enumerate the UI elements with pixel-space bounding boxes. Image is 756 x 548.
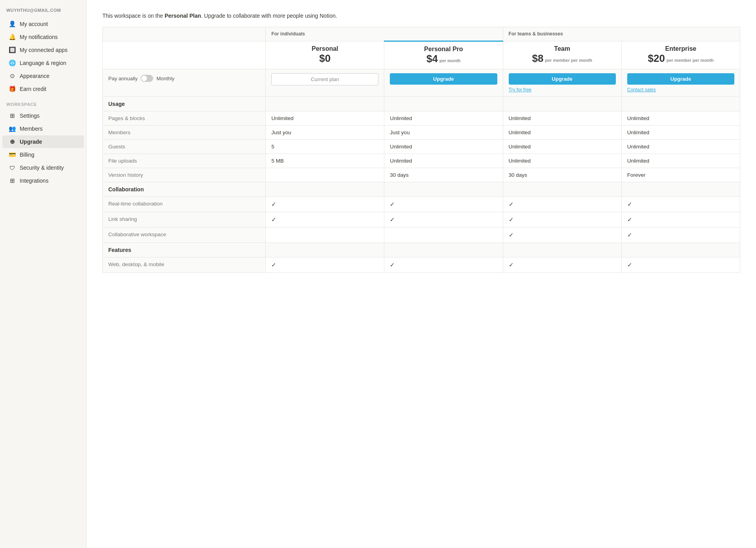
members-label: Members bbox=[20, 126, 43, 132]
security-identity-icon: 🛡 bbox=[9, 164, 16, 171]
sidebar-item-my-account[interactable]: 👤 My account bbox=[2, 18, 84, 30]
collab-personal bbox=[266, 228, 384, 243]
integrations-label: Integrations bbox=[20, 178, 48, 184]
members-enterprise: Unlimited bbox=[621, 126, 740, 140]
sidebar-item-language-region[interactable]: 🌐 Language & region bbox=[2, 57, 84, 69]
workspace-section-label: WORKSPACE bbox=[0, 96, 86, 109]
monthly-label: Monthly bbox=[156, 76, 174, 81]
realtime-label: Real-time collaboration bbox=[103, 197, 266, 212]
file-pro: Unlimited bbox=[384, 154, 503, 168]
plan-header-enterprise: Enterprise $20per member per month bbox=[621, 41, 740, 69]
settings-icon: ⊞ bbox=[9, 112, 16, 119]
table-row: Pages & blocks Unlimited Unlimited Unlim… bbox=[103, 111, 740, 126]
my-notifications-label: My notifications bbox=[20, 34, 57, 40]
pay-toggle[interactable] bbox=[141, 75, 153, 82]
upgrade-icon: ⊕ bbox=[9, 138, 16, 145]
collab-enterprise: ✓ bbox=[621, 228, 740, 243]
table-row: Web, desktop, & mobile ✓ ✓ ✓ ✓ bbox=[103, 257, 740, 273]
pay-annually-row: Pay annually Monthly Current plan Upgrad… bbox=[103, 69, 740, 97]
realtime-pro: ✓ bbox=[384, 197, 503, 212]
collab-pro bbox=[384, 228, 503, 243]
plan-header-personal-pro: Personal Pro $4per month bbox=[384, 41, 503, 69]
sidebar-item-appearance[interactable]: ⊙ Appearance bbox=[2, 70, 84, 82]
enterprise-action-cell: Upgrade Contact sales bbox=[621, 69, 740, 97]
header-teams: For teams & businesses bbox=[503, 27, 740, 41]
realtime-enterprise: ✓ bbox=[621, 197, 740, 212]
sidebar-item-billing[interactable]: 💳 Billing bbox=[2, 148, 84, 161]
pricing-table: For individuals For teams & businesses P… bbox=[102, 27, 740, 273]
current-plan-button[interactable]: Current plan bbox=[271, 73, 378, 85]
billing-label: Billing bbox=[20, 152, 34, 158]
intro-text-end: . Upgrade to collaborate with more peopl… bbox=[201, 13, 337, 19]
header-empty bbox=[103, 27, 266, 41]
collab-team: ✓ bbox=[503, 228, 621, 243]
guests-team: Unlimited bbox=[503, 140, 621, 154]
members-label: Members bbox=[103, 126, 266, 140]
sidebar-item-security-identity[interactable]: 🛡 Security & identity bbox=[2, 161, 84, 174]
link-sharing-label: Link sharing bbox=[103, 212, 266, 228]
header-feature-empty bbox=[103, 41, 266, 69]
plan-header-team: Team $8per member per month bbox=[503, 41, 621, 69]
plan-price-note-team: per member per month bbox=[545, 57, 592, 63]
my-account-icon: 👤 bbox=[9, 20, 16, 28]
security-identity-label: Security & identity bbox=[20, 165, 64, 171]
plan-name-personal: Personal bbox=[271, 45, 378, 52]
intro-text-start: This workspace is on the bbox=[102, 13, 165, 19]
intro-plan-name: Personal Plan bbox=[165, 13, 201, 19]
plan-price-team: $8 bbox=[532, 52, 543, 65]
guests-personal: 5 bbox=[266, 140, 384, 154]
upgrade-label: Upgrade bbox=[20, 139, 42, 145]
version-enterprise: Forever bbox=[621, 168, 740, 182]
sidebar-item-integrations[interactable]: ⊞ Integrations bbox=[2, 174, 84, 187]
team-upgrade-button[interactable]: Upgrade bbox=[509, 73, 616, 85]
pages-enterprise: Unlimited bbox=[621, 111, 740, 126]
plan-name-team: Team bbox=[509, 45, 616, 52]
features-label: Features bbox=[103, 243, 266, 257]
pro-upgrade-button[interactable]: Upgrade bbox=[390, 73, 497, 85]
plan-price-note-enterprise: per member per month bbox=[667, 57, 714, 63]
table-row: File uploads 5 MB Unlimited Unlimited Un… bbox=[103, 154, 740, 168]
pages-personal: Unlimited bbox=[266, 111, 384, 126]
web-pro: ✓ bbox=[384, 257, 503, 273]
realtime-team: ✓ bbox=[503, 197, 621, 212]
sidebar-item-upgrade[interactable]: ⊕ Upgrade bbox=[2, 135, 84, 148]
table-row: Collaborative workspace ✓ ✓ bbox=[103, 228, 740, 243]
main-content: This workspace is on the Personal Plan. … bbox=[87, 0, 756, 548]
pro-action-cell: Upgrade bbox=[384, 69, 503, 97]
table-row: Members Just you Just you Unlimited Unli… bbox=[103, 126, 740, 140]
sidebar-item-my-notifications[interactable]: 🔔 My notifications bbox=[2, 31, 84, 43]
plan-name-enterprise: Enterprise bbox=[627, 45, 734, 52]
pages-pro: Unlimited bbox=[384, 111, 503, 126]
sidebar-item-settings[interactable]: ⊞ Settings bbox=[2, 109, 84, 122]
contact-sales-link[interactable]: Contact sales bbox=[627, 87, 734, 93]
realtime-personal: ✓ bbox=[266, 197, 384, 212]
collaboration-section-row: Collaboration bbox=[103, 182, 740, 197]
appearance-icon: ⊙ bbox=[9, 72, 16, 80]
team-action-cell: Upgrade Try for free bbox=[503, 69, 621, 97]
guests-pro: Unlimited bbox=[384, 140, 503, 154]
guests-label: Guests bbox=[103, 140, 266, 154]
members-personal: Just you bbox=[266, 126, 384, 140]
version-pro: 30 days bbox=[384, 168, 503, 182]
usage-section-row: Usage bbox=[103, 97, 740, 111]
table-row: Real-time collaboration ✓ ✓ ✓ ✓ bbox=[103, 197, 740, 212]
sidebar-item-my-connected-apps[interactable]: 🔲 My connected apps bbox=[2, 44, 84, 56]
plan-name-personal-pro: Personal Pro bbox=[390, 46, 497, 53]
billing-icon: 💳 bbox=[9, 151, 16, 158]
sidebar: WUYHTHU@GMAIL.COM 👤 My account 🔔 My noti… bbox=[0, 0, 87, 548]
guests-enterprise: Unlimited bbox=[621, 140, 740, 154]
table-row: Version history 30 days 30 days Forever bbox=[103, 168, 740, 182]
usage-label: Usage bbox=[103, 97, 266, 111]
sidebar-item-earn-credit[interactable]: 🎁 Earn credit bbox=[2, 83, 84, 95]
try-free-link[interactable]: Try for free bbox=[509, 87, 616, 93]
sidebar-email: WUYHTHU@GMAIL.COM bbox=[0, 8, 86, 17]
my-account-label: My account bbox=[20, 21, 48, 27]
personal-action-cell: Current plan bbox=[266, 69, 384, 97]
pay-annually-label: Pay annually bbox=[108, 76, 137, 81]
link-enterprise: ✓ bbox=[621, 212, 740, 228]
version-personal bbox=[266, 168, 384, 182]
sidebar-item-members[interactable]: 👥 Members bbox=[2, 122, 84, 135]
enterprise-upgrade-button[interactable]: Upgrade bbox=[627, 73, 734, 85]
plan-header-personal: Personal $0 bbox=[266, 41, 384, 69]
plan-price-personal: $0 bbox=[319, 52, 331, 65]
